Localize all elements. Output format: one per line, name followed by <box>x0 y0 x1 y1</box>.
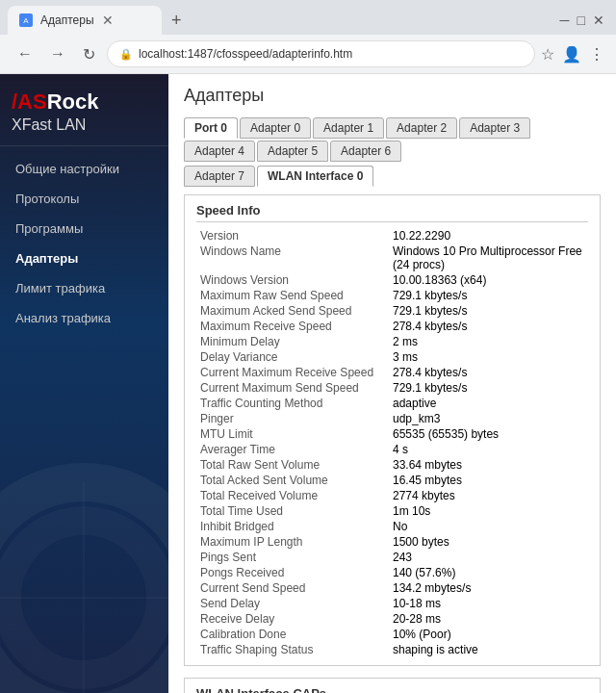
sidebar-item-traffic-analysis[interactable]: Анализ трафика <box>0 303 168 333</box>
row-value: 10% (Poor) <box>389 627 588 642</box>
row-value: Windows 10 Pro Multiprocessor Free (24 p… <box>389 244 588 272</box>
row-label: Delay Variance <box>196 349 389 365</box>
table-row: Send Delay10-18 ms <box>196 596 588 611</box>
brand-name: /ASRock <box>12 90 157 115</box>
sidebar-item-protocols[interactable]: Протоколы <box>0 184 168 214</box>
row-label: MTU Limit <box>196 426 389 442</box>
row-value: 729.1 kbytes/s <box>389 303 588 319</box>
table-row: Delay Variance3 ms <box>196 349 588 365</box>
row-value: 4 s <box>389 442 588 457</box>
row-value: 140 (57.6%) <box>389 565 588 580</box>
row-value: 1m 10s <box>389 503 588 519</box>
maximize-button[interactable]: □ <box>574 13 589 28</box>
main-layout: /ASRock XFast LAN Общие настройки Проток… <box>0 74 616 693</box>
row-label: Traffic Counting Method <box>196 396 389 411</box>
table-row: Pongs Received140 (57.6%) <box>196 565 588 580</box>
table-row: Averager Time4 s <box>196 442 588 457</box>
lock-icon: 🔒 <box>119 48 133 61</box>
row-value: 10-18 ms <box>389 596 588 611</box>
address-bar[interactable]: 🔒 localhost:1487/cfosspeed/adapterinfo.h… <box>107 40 535 67</box>
table-row: Maximum Acked Send Speed729.1 kbytes/s <box>196 303 588 319</box>
row-value: udp_km3 <box>389 411 588 426</box>
bookmark-icon[interactable]: ☆ <box>541 45 554 64</box>
tab-close-button[interactable]: ✕ <box>102 13 114 28</box>
profile-icon[interactable]: 👤 <box>562 45 581 64</box>
tab-adapter5[interactable]: Adapter 5 <box>257 141 328 162</box>
tab-title: Адаптеры <box>40 13 94 27</box>
row-label: Pinger <box>196 411 389 426</box>
sidebar-logo: /ASRock XFast LAN <box>0 74 168 146</box>
row-value: 20-28 ms <box>389 611 588 627</box>
row-value: 33.64 mbytes <box>389 457 588 473</box>
row-value: 2774 kbytes <box>389 488 588 503</box>
row-label: Maximum IP Length <box>196 534 389 550</box>
row-value: adaptive <box>389 396 588 411</box>
table-row: MTU Limit65535 (65535) bytes <box>196 426 588 442</box>
row-label: Maximum Receive Speed <box>196 319 389 334</box>
tab-adapter6[interactable]: Adapter 6 <box>330 141 401 162</box>
row-label: Current Maximum Receive Speed <box>196 365 389 380</box>
reload-button[interactable]: ↻ <box>77 41 101 67</box>
row-label: Pings Sent <box>196 550 389 565</box>
tabs-row-2: Adapter 7 WLAN Interface 0 <box>184 166 601 187</box>
sidebar-item-programs[interactable]: Программы <box>0 214 168 244</box>
menu-icon[interactable]: ⋮ <box>589 45 604 64</box>
table-row: Current Maximum Send Speed729.1 kbytes/s <box>196 380 588 396</box>
table-row: Maximum Receive Speed278.4 kbytes/s <box>196 319 588 334</box>
row-label: Version <box>196 228 389 244</box>
table-row: Version10.22.2290 <box>196 228 588 244</box>
row-label: Total Time Used <box>196 503 389 519</box>
row-label: Averager Time <box>196 442 389 457</box>
tab-adapter7[interactable]: Adapter 7 <box>184 166 255 187</box>
tab-bar: A Адаптеры ✕ + ─ □ ✕ <box>0 0 616 35</box>
brand-tagline: XFast LAN <box>12 116 157 134</box>
row-value: 278.4 kbytes/s <box>389 319 588 334</box>
row-value: 1500 bytes <box>389 534 588 550</box>
table-row: Maximum Raw Send Speed729.1 kbytes/s <box>196 288 588 303</box>
wlan-caps-section: WLAN Interface CAPs Interface TypeNative… <box>184 678 601 693</box>
row-value: 10.22.2290 <box>389 228 588 244</box>
tab-adapter0[interactable]: Adapter 0 <box>240 117 311 139</box>
row-label: Total Received Volume <box>196 488 389 503</box>
browser-tab[interactable]: A Адаптеры ✕ <box>8 6 162 35</box>
tabs-row-1: Port 0 Adapter 0 Adapter 1 Adapter 2 Ada… <box>184 117 601 162</box>
brand-rock: Rock <box>47 90 99 114</box>
table-row: Pings Sent243 <box>196 550 588 565</box>
table-row: Inhibit BridgedNo <box>196 519 588 534</box>
wlan-caps-title: WLAN Interface CAPs <box>196 686 588 693</box>
sidebar-item-general[interactable]: Общие настройки <box>0 154 168 184</box>
tab-port0[interactable]: Port 0 <box>184 117 238 139</box>
tab-adapter2[interactable]: Adapter 2 <box>386 117 457 139</box>
tab-adapter4[interactable]: Adapter 4 <box>184 141 255 162</box>
minimize-button[interactable]: ─ <box>556 13 574 28</box>
sidebar-item-adapters-label: Адаптеры <box>15 251 78 266</box>
table-row: Calibration Done10% (Poor) <box>196 627 588 642</box>
row-label: Current Maximum Send Speed <box>196 380 389 396</box>
row-label: Inhibit Bridged <box>196 519 389 534</box>
row-value: 10.00.18363 (x64) <box>389 272 588 288</box>
tab-favicon: A <box>19 13 33 27</box>
row-label: Traffic Shaping Status <box>196 642 389 657</box>
close-window-button[interactable]: ✕ <box>589 13 608 28</box>
table-row: Receive Delay20-28 ms <box>196 611 588 627</box>
table-row: Current Maximum Receive Speed278.4 kbyte… <box>196 365 588 380</box>
row-label: Pongs Received <box>196 565 389 580</box>
tab-adapter1[interactable]: Adapter 1 <box>313 117 384 139</box>
sidebar-item-adapters[interactable]: Адаптеры <box>0 244 168 273</box>
back-button[interactable]: ← <box>12 41 38 66</box>
sidebar-item-traffic-analysis-label: Анализ трафика <box>15 311 111 325</box>
sidebar: /ASRock XFast LAN Общие настройки Проток… <box>0 74 168 693</box>
sidebar-item-traffic-limit[interactable]: Лимит трафика <box>0 273 168 303</box>
row-label: Total Raw Sent Volume <box>196 457 389 473</box>
speed-info-table: Version10.22.2290Windows NameWindows 10 … <box>196 228 588 657</box>
forward-button[interactable]: → <box>44 41 71 66</box>
row-value: 278.4 kbytes/s <box>389 365 588 380</box>
tab-wlan-interface0[interactable]: WLAN Interface 0 <box>257 166 373 187</box>
new-tab-button[interactable]: + <box>166 11 188 31</box>
row-value: 729.1 kbytes/s <box>389 288 588 303</box>
row-value: 729.1 kbytes/s <box>389 380 588 396</box>
tab-adapter3[interactable]: Adapter 3 <box>459 117 530 139</box>
sidebar-item-traffic-limit-label: Лимит трафика <box>15 281 105 295</box>
row-label: Current Send Speed <box>196 580 389 596</box>
row-label: Calibration Done <box>196 627 389 642</box>
